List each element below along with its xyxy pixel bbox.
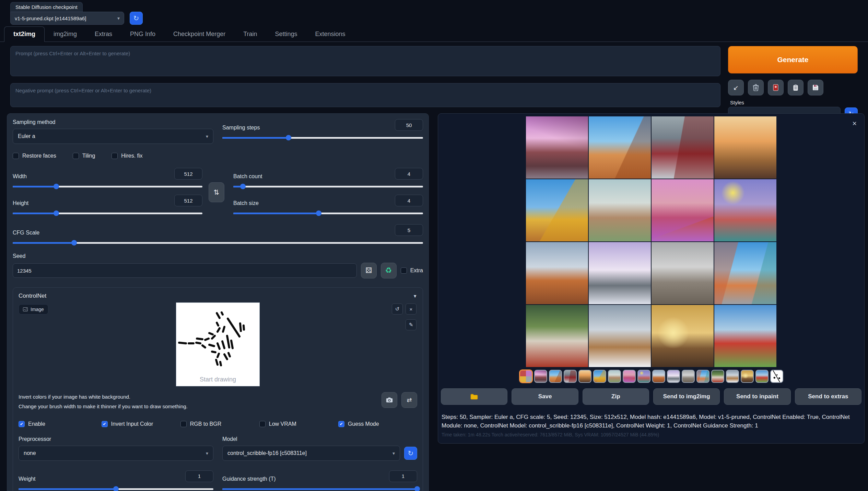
controlnet-image-tab[interactable]: Image	[19, 304, 48, 315]
thumbnail-red-house-purple-path[interactable]	[623, 370, 636, 383]
thumbnail-scribble-input[interactable]	[770, 370, 783, 383]
gallery-image-grayscale-old-house[interactable]	[652, 242, 714, 304]
apply-style-button[interactable]	[788, 80, 804, 95]
swap-dimensions-button[interactable]: ⇅	[209, 182, 224, 202]
tiling-checkbox[interactable]: Tiling	[73, 153, 95, 159]
canvas-clear-button[interactable]: ×	[406, 304, 417, 315]
restore-faces-checkbox[interactable]: Restore faces	[13, 153, 56, 159]
gallery-image-golden-sunset-house[interactable]	[652, 305, 714, 367]
thumbnail-golden-sunset-house[interactable]	[741, 370, 754, 383]
height-value[interactable]: 512	[174, 195, 202, 206]
gallery-image-orange-houses-road[interactable]	[526, 242, 588, 304]
guess-mode-checkbox[interactable]: ✔ Guess Mode	[338, 421, 417, 427]
seed-input[interactable]: 12345	[13, 263, 357, 278]
gallery-image-brick-house-pale-sky[interactable]	[589, 179, 651, 241]
thumbnail-red-white-house-garden[interactable]	[711, 370, 724, 383]
mirror-webcam-button[interactable]: ⇄	[401, 392, 417, 408]
clear-prompt-button[interactable]	[748, 80, 764, 95]
extra-networks-button[interactable]	[768, 80, 784, 95]
generate-button[interactable]: Generate	[728, 46, 858, 73]
controlnet-enable-checkbox[interactable]: ✔ Enable	[19, 421, 102, 427]
tab-train[interactable]: Train	[234, 27, 266, 42]
invert-input-color-checkbox[interactable]: ✔ Invert Input Color	[102, 421, 180, 427]
controlnet-model-select[interactable]: control_scribble-fp16 [c508311e] ▾	[222, 446, 400, 461]
gallery-image-orange-house-blue-sky[interactable]	[589, 116, 651, 179]
gallery-image-dusk-sun-houses[interactable]	[714, 179, 776, 241]
thumbnail-snowy-mountain-houses[interactable]	[726, 370, 739, 383]
checkpoint-refresh-button[interactable]: ↻	[130, 12, 143, 25]
tab-checkpoint-merger[interactable]: Checkpoint Merger	[164, 27, 234, 42]
gallery-image-village-purple-sky[interactable]	[526, 116, 588, 179]
gallery-image-red-house-purple-path[interactable]	[652, 179, 714, 241]
gallery-image-snowy-mountain-houses[interactable]	[589, 305, 651, 367]
thumbnail-orange-houses-road[interactable]	[652, 370, 665, 383]
tab-txt2img[interactable]: txt2img	[4, 26, 45, 42]
height-slider[interactable]	[13, 210, 202, 217]
thumbnail-orange-house-blue-sky[interactable]	[549, 370, 562, 383]
gallery-close-button[interactable]: ×	[852, 119, 857, 128]
gallery-image-red-white-house-garden[interactable]	[526, 305, 588, 367]
thumbnail-grayscale-old-house[interactable]	[682, 370, 695, 383]
webcam-button[interactable]	[382, 392, 397, 408]
guidance-strength-slider[interactable]	[222, 486, 417, 491]
gallery-image-yellow-house[interactable]	[526, 179, 588, 241]
extra-seed-checkbox[interactable]: Extra	[401, 267, 423, 274]
controlnet-drawing-canvas[interactable]: Start drawing	[176, 303, 259, 386]
gallery-image-colorful-street[interactable]	[714, 242, 776, 304]
cfg-scale-value[interactable]: 5	[395, 224, 423, 236]
gallery-image-red-barn-green-field[interactable]	[714, 305, 776, 367]
save-button[interactable]: Save	[512, 388, 578, 405]
guidance-strength-value[interactable]: 1	[389, 470, 417, 482]
save-style-button[interactable]	[808, 80, 823, 95]
thumbnail-brick-house-pale-sky[interactable]	[608, 370, 621, 383]
send-to-inpaint-button[interactable]: Send to inpaint	[724, 388, 790, 405]
sampling-steps-value[interactable]: 50	[395, 119, 423, 131]
thumbnail-red-barns-snow[interactable]	[564, 370, 577, 383]
width-value[interactable]: 512	[174, 168, 202, 180]
model-refresh-button[interactable]: ↻	[404, 447, 417, 460]
tab-extensions[interactable]: Extensions	[306, 27, 354, 42]
low-vram-checkbox[interactable]: Low VRAM	[259, 421, 338, 427]
width-slider[interactable]	[13, 183, 202, 190]
batch-size-slider[interactable]	[233, 210, 423, 217]
batch-size-value[interactable]: 4	[395, 195, 423, 206]
controlnet-header[interactable]: ControlNet ▼	[19, 293, 417, 299]
batch-count-value[interactable]: 4	[395, 168, 423, 180]
cfg-scale-slider[interactable]	[13, 239, 423, 246]
weight-value[interactable]: 1	[185, 470, 213, 482]
gallery-image-sunset-brown-houses[interactable]	[714, 116, 776, 179]
checkpoint-select[interactable]: v1-5-pruned.ckpt [e1441589a6] ▾	[10, 12, 124, 25]
open-folder-button[interactable]	[441, 388, 507, 405]
zip-button[interactable]: Zip	[583, 388, 649, 405]
thumbnail-dusk-sun-houses[interactable]	[637, 370, 650, 383]
thumbnail-colorful-street[interactable]	[696, 370, 709, 383]
random-seed-button[interactable]: ⚄	[361, 263, 377, 278]
paste-params-button[interactable]: ↙	[728, 80, 744, 95]
gallery-image-snow-houses-purple-sky[interactable]	[589, 242, 651, 304]
send-to-extras-button[interactable]: Send to extras	[795, 388, 861, 405]
prompt-input[interactable]: Prompt (press Ctrl+Enter or Alt+Enter to…	[10, 46, 720, 76]
hires-fix-checkbox[interactable]: Hires. fix	[112, 153, 142, 159]
canvas-undo-button[interactable]: ↺	[392, 304, 403, 315]
preprocessor-select[interactable]: none ▾	[19, 446, 213, 461]
thumbnail-red-barn-green-field[interactable]	[755, 370, 769, 383]
gallery-image-red-barns-snow[interactable]	[652, 116, 714, 179]
thumbnail-grid-montage[interactable]	[519, 370, 532, 383]
send-to-img2img-button[interactable]: Send to img2img	[653, 388, 720, 405]
tab-img2img[interactable]: img2img	[45, 27, 86, 42]
weight-slider[interactable]	[19, 486, 213, 491]
thumbnail-village-purple-sky[interactable]	[534, 370, 547, 383]
thumbnail-snow-houses-purple-sky[interactable]	[667, 370, 680, 383]
rgb-to-bgr-checkbox[interactable]: RGB to BGR	[180, 421, 259, 427]
negative-prompt-input[interactable]: Negative prompt (press Ctrl+Enter or Alt…	[10, 83, 720, 107]
thumbnail-sunset-brown-houses[interactable]	[578, 370, 591, 383]
tab-settings[interactable]: Settings	[266, 27, 306, 42]
canvas-brush-button[interactable]: ✎	[406, 319, 417, 330]
batch-count-slider[interactable]	[233, 183, 423, 190]
tab-png-info[interactable]: PNG Info	[121, 27, 164, 42]
sampling-steps-slider[interactable]	[222, 134, 423, 141]
reuse-seed-button[interactable]: ♻	[381, 263, 397, 278]
thumbnail-yellow-house[interactable]	[593, 370, 606, 383]
sampling-method-select[interactable]: Euler a ▾	[13, 129, 213, 144]
tab-extras[interactable]: Extras	[86, 27, 121, 42]
